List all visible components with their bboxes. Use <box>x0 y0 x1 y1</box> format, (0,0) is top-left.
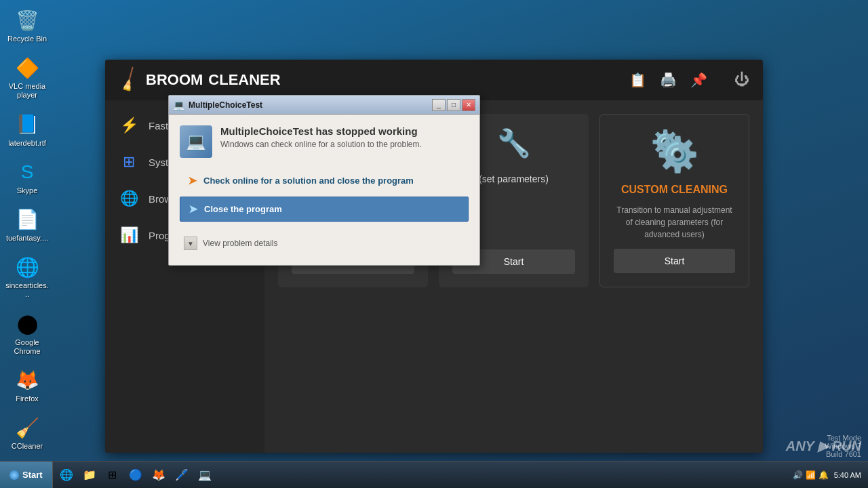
dialog-minimize-button[interactable]: _ <box>432 99 446 111</box>
desktop: 🗑️ Recycle Bin 🔶 VLC media player 📘 late… <box>0 0 868 488</box>
dialog-text-area: MultipleChoiceTest has stopped working W… <box>220 125 422 149</box>
dialog-header-row: 💻 MultipleChoiceTest has stopped working… <box>180 125 469 158</box>
dialog-main-title: MultipleChoiceTest has stopped working <box>220 125 422 137</box>
dialog-title-area: 💻 MultipleChoiceTest <box>173 100 262 110</box>
details-expand-arrow[interactable]: ▼ <box>184 237 197 250</box>
dialog-app-icon-small: 💻 <box>173 100 184 110</box>
dialog-body: 💻 MultipleChoiceTest has stopped working… <box>169 115 479 265</box>
dialog-option-close-program[interactable]: ➤ Close the program <box>180 197 469 222</box>
dialog-close-button[interactable]: ✕ <box>462 99 475 111</box>
crash-dialog: 💻 MultipleChoiceTest _ □ ✕ 💻 MultipleCho… <box>168 95 480 266</box>
dialog-option-check-online[interactable]: ➤ Check online for a solution and close … <box>180 169 469 192</box>
dialog-options: ➤ Check online for a solution and close … <box>180 169 469 222</box>
dialog-option1-label: Check online for a solution and close th… <box>203 176 414 186</box>
option2-arrow-icon: ➤ <box>189 203 197 216</box>
dialog-overlay: 💻 MultipleChoiceTest _ □ ✕ 💻 MultipleCho… <box>0 0 868 488</box>
dialog-title-text: MultipleChoiceTest <box>189 100 262 110</box>
dialog-maximize-button[interactable]: □ <box>447 99 460 111</box>
dialog-option2-label: Close the program <box>204 204 282 214</box>
crash-icon-symbol: 💻 <box>186 132 206 151</box>
dialog-window-controls: _ □ ✕ <box>432 99 475 111</box>
option1-arrow-icon: ➤ <box>188 174 197 187</box>
dialog-titlebar: 💻 MultipleChoiceTest _ □ ✕ <box>169 96 479 115</box>
dialog-details-row[interactable]: ▼ View problem details <box>180 232 469 254</box>
dialog-crash-app-icon: 💻 <box>180 125 212 158</box>
dialog-details-label: View problem details <box>203 239 278 248</box>
dialog-sub-text: Windows can check online for a solution … <box>220 140 422 149</box>
